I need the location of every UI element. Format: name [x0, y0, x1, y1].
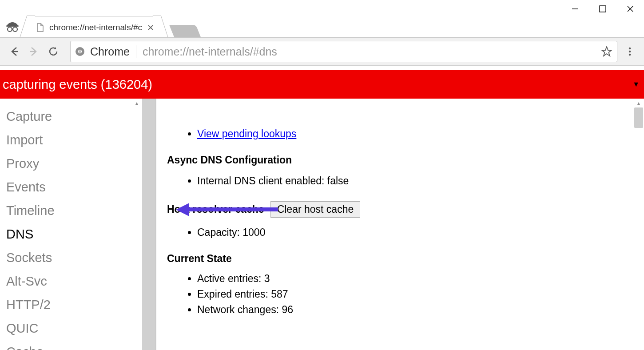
capture-banner[interactable]: capturing events (136204) ▼ [0, 70, 644, 99]
sidebar-item-dns[interactable]: DNS [6, 223, 142, 246]
main-scrollbar[interactable]: ▲ [633, 99, 644, 350]
sidebar-item-import[interactable]: Import [6, 128, 142, 152]
sidebar-item-quic[interactable]: QUIC [6, 317, 142, 340]
tab-title: chrome://net-internals/#c [49, 23, 142, 32]
url-text: chrome://net-internals/#dns [143, 45, 601, 58]
svg-point-5 [8, 27, 12, 32]
annotation-arrow [176, 203, 278, 216]
sidebar-item-capture[interactable]: Capture [6, 105, 142, 128]
page-icon [35, 23, 45, 32]
incognito-icon [4, 17, 21, 35]
sidebar-item-timeline[interactable]: Timeline [6, 199, 142, 223]
address-bar[interactable]: Chrome chrome://net-internals/#dns [70, 41, 617, 62]
active-entries-item: Active entries: 3 [197, 271, 626, 286]
scroll-up-icon[interactable]: ▲ [134, 100, 139, 107]
close-window-button[interactable] [616, 0, 644, 18]
capture-banner-text: capturing events (136204) [3, 77, 152, 92]
browser-menu-button[interactable] [620, 42, 640, 61]
svg-rect-4 [6, 25, 19, 27]
browser-tab[interactable]: chrome://net-internals/#c [27, 16, 161, 38]
dropdown-triangle-icon[interactable]: ▼ [632, 80, 640, 88]
svg-point-13 [79, 50, 81, 53]
tab-close-button[interactable] [147, 24, 155, 32]
forward-button[interactable] [24, 42, 44, 61]
expired-entries-item: Expired entries: 587 [197, 286, 626, 302]
sidebar-item-alt-svc[interactable]: Alt-Svc [6, 270, 142, 293]
browser-toolbar: Chrome chrome://net-internals/#dns [0, 37, 644, 66]
async-dns-heading: Async DNS Configuration [167, 154, 626, 166]
svg-point-6 [13, 27, 17, 32]
svg-point-15 [629, 51, 631, 52]
svg-point-14 [629, 48, 631, 49]
svg-point-16 [629, 54, 631, 56]
scrollbar-thumb[interactable] [634, 107, 643, 128]
sidebar-item-sockets[interactable]: Sockets [6, 246, 142, 270]
scroll-up-icon[interactable]: ▲ [636, 100, 641, 107]
minimize-button[interactable] [561, 0, 589, 18]
new-tab-button[interactable] [169, 25, 201, 38]
chrome-icon [75, 47, 85, 56]
separator [136, 45, 136, 58]
sidebar-item-cache[interactable]: Cache [6, 340, 142, 350]
capacity-item: Capacity: 1000 [197, 225, 626, 240]
sidebar-item-events[interactable]: Events [6, 175, 142, 199]
bookmark-star-icon[interactable] [601, 46, 612, 57]
current-state-heading: Current State [167, 253, 626, 265]
clear-host-cache-button[interactable]: Clear host cache [270, 201, 361, 218]
svg-rect-1 [600, 6, 606, 12]
main-pane: View pending lookups Async DNS Configura… [156, 99, 644, 350]
sidebar: ▲ CaptureImportProxyEventsTimelineDNSSoc… [0, 99, 155, 350]
async-dns-item: Internal DNS client enabled: false [197, 173, 626, 189]
url-source-label: Chrome [90, 45, 130, 58]
window-controls [561, 0, 644, 18]
tab-strip: chrome://net-internals/#c [27, 12, 199, 38]
sidebar-item-http-2[interactable]: HTTP/2 [6, 293, 142, 317]
network-changes-item: Network changes: 96 [197, 302, 626, 318]
pending-lookups-link[interactable]: View pending lookups [197, 128, 296, 139]
reload-button[interactable] [44, 42, 63, 61]
content-area: ▲ CaptureImportProxyEventsTimelineDNSSoc… [0, 99, 644, 350]
maximize-button[interactable] [589, 0, 616, 18]
back-button[interactable] [4, 42, 24, 61]
sidebar-item-proxy[interactable]: Proxy [6, 152, 142, 175]
